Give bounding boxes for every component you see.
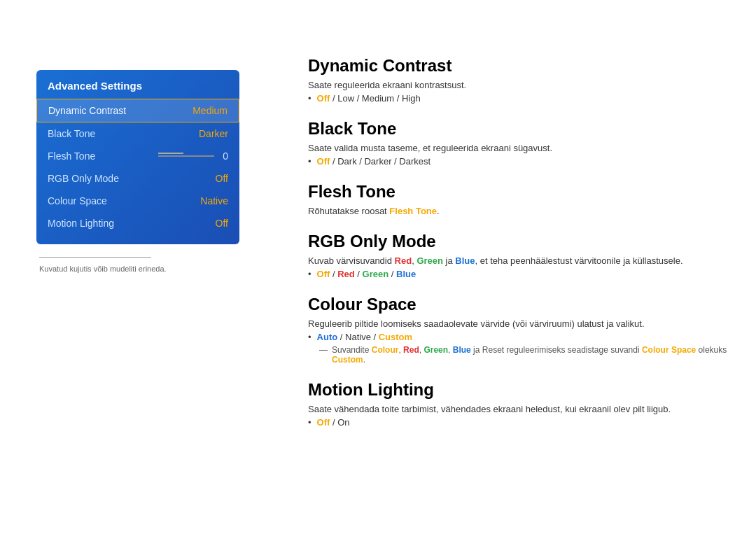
section-desc-dynamic-contrast: Saate reguleerida ekraani kontrastsust.	[308, 80, 728, 90]
section-title-colour-space: Colour Space	[308, 295, 728, 314]
bullet-rgb-only: Off / Red / Green / Blue	[308, 269, 728, 279]
section-title-motion-lighting: Motion Lighting	[308, 380, 728, 400]
section-desc-flesh-tone: Rõhutatakse roosat Flesh Tone.	[308, 206, 728, 216]
bullet-motion-lighting: Off / On	[308, 417, 728, 428]
flesh-tone-slider[interactable]	[158, 155, 214, 157]
section-title-dynamic-contrast: Dynamic Contrast	[308, 56, 728, 76]
menu-item-dynamic-contrast[interactable]: Dynamic Contrast Medium	[36, 99, 239, 122]
note-colour-space: — Suvandite Colour, Red, Green, Blue ja …	[308, 345, 728, 365]
menu-label-rgb-only: RGB Only Mode	[48, 173, 119, 184]
section-rgb-only: RGB Only Mode Kuvab värvisuvandid Red, G…	[308, 232, 728, 279]
menu-label-colour-space: Colour Space	[48, 195, 107, 206]
right-content: Dynamic Contrast Saate reguleerida ekraa…	[308, 56, 728, 443]
menu-item-rgb-only[interactable]: RGB Only Mode Off	[36, 167, 239, 190]
bullet-dynamic-contrast: Off / Low / Medium / High	[308, 93, 728, 104]
section-flesh-tone: Flesh Tone Rõhutatakse roosat Flesh Tone…	[308, 182, 728, 216]
menu-label-flesh-tone: Flesh Tone	[48, 150, 95, 162]
menu-label-black-tone: Black Tone	[48, 128, 95, 139]
footnote-text: Kuvatud kujutis võib mudeliti erineda.	[39, 265, 167, 273]
footnote-divider	[39, 257, 151, 258]
menu-value-colour-space: Native	[200, 195, 228, 206]
left-panel: Advanced Settings Dynamic Contrast Mediu…	[36, 70, 239, 274]
menu-label-motion-lighting: Motion Lighting	[48, 218, 114, 229]
bullet-colour-space: Auto / Native / Custom	[308, 332, 728, 342]
menu-value-rgb-only: Off	[216, 173, 228, 184]
section-colour-space: Colour Space Reguleerib piltide loomisek…	[308, 295, 728, 365]
panel-title: Advanced Settings	[36, 80, 239, 99]
menu-item-motion-lighting[interactable]: Motion Lighting Off	[36, 212, 239, 234]
section-desc-colour-space: Reguleerib piltide loomiseks saadaolevat…	[308, 318, 728, 329]
menu-value-dynamic-contrast: Medium	[192, 105, 227, 116]
menu-label-dynamic-contrast: Dynamic Contrast	[48, 105, 126, 116]
section-title-black-tone: Black Tone	[308, 119, 728, 139]
section-title-rgb-only: RGB Only Mode	[308, 232, 728, 251]
section-desc-rgb-only: Kuvab värvisuvandid Red, Green ja Blue, …	[308, 255, 728, 266]
menu-value-black-tone: Darker	[199, 128, 228, 139]
section-black-tone: Black Tone Saate valida musta taseme, et…	[308, 119, 728, 167]
flesh-tone-right: 0	[158, 150, 228, 162]
section-desc-motion-lighting: Saate vähendada toite tarbimist, vähenda…	[308, 404, 728, 414]
section-desc-black-tone: Saate valida musta taseme, et reguleerid…	[308, 143, 728, 153]
menu-value-motion-lighting: Off	[216, 218, 228, 229]
menu-item-flesh-tone[interactable]: Flesh Tone 0	[36, 145, 239, 167]
section-dynamic-contrast: Dynamic Contrast Saate reguleerida ekraa…	[308, 56, 728, 104]
menu-value-flesh-tone: 0	[220, 150, 228, 162]
section-title-flesh-tone: Flesh Tone	[308, 182, 728, 202]
bullet-black-tone: Off / Dark / Darker / Darkest	[308, 156, 728, 167]
menu-item-colour-space[interactable]: Colour Space Native	[36, 190, 239, 212]
advanced-settings-panel: Advanced Settings Dynamic Contrast Mediu…	[36, 70, 239, 244]
menu-item-black-tone[interactable]: Black Tone Darker	[36, 122, 239, 145]
footnote-area: Kuvatud kujutis võib mudeliti erineda.	[36, 257, 239, 274]
section-motion-lighting: Motion Lighting Saate vähendada toite ta…	[308, 380, 728, 428]
